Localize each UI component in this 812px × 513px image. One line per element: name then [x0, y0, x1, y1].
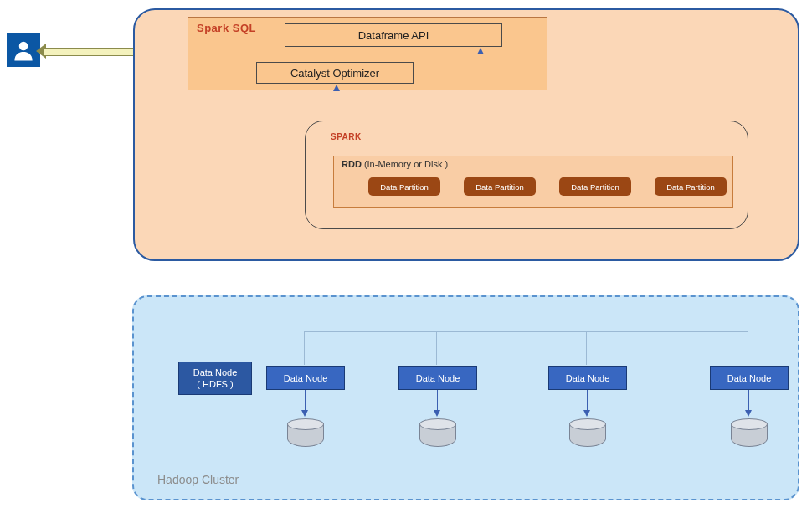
spark-engine-title: SPARK — [331, 132, 362, 141]
hadoop-fanout-branch — [748, 331, 748, 365]
data-node-box: Data Node — [266, 366, 345, 390]
dataframe-api-label: Dataframe API — [358, 29, 429, 42]
catalyst-optimizer-box: Catalyst Optimizer — [256, 62, 414, 84]
spark-sql-title: Spark SQL — [197, 22, 256, 34]
data-node-box: Data Node — [398, 366, 477, 390]
data-partition-label: Data Partition — [475, 182, 524, 192]
svg-point-0 — [19, 42, 28, 51]
data-node-box: Data Node — [548, 366, 627, 390]
hadoop-fanout-stem — [506, 295, 506, 331]
hadoop-fanout-branch — [436, 331, 437, 365]
rdd-label: RDD (In-Memory or Disk ) — [342, 159, 448, 169]
data-node-label: Data Node — [727, 373, 772, 383]
data-node-label: Data Node — [416, 373, 460, 383]
dataframe-api-box: Dataframe API — [285, 23, 502, 47]
data-partition: Data Partition — [464, 177, 536, 196]
rdd-label-strong: RDD — [342, 159, 362, 169]
hadoop-cluster-title: Hadoop Cluster — [157, 473, 239, 486]
user-icon — [7, 33, 40, 67]
hadoop-fanout-horizontal — [304, 331, 748, 332]
catalyst-optimizer-label: Catalyst Optimizer — [290, 67, 379, 80]
hadoop-cluster-box — [132, 295, 799, 500]
rdd-label-rest: (In-Memory or Disk ) — [362, 159, 448, 169]
data-node-box: Data Node — [710, 366, 789, 390]
data-partition-label: Data Partition — [380, 182, 429, 192]
data-node-hdfs-label-box: Data Node ( HDFS ) — [178, 362, 252, 395]
data-partition: Data Partition — [368, 177, 440, 196]
disk-icon — [731, 418, 766, 447]
data-node-label: Data Node — [566, 373, 610, 383]
hadoop-fanout-branch — [586, 331, 587, 365]
data-partition: Data Partition — [655, 177, 727, 196]
data-node-hdfs-label: Data Node ( HDFS ) — [193, 367, 238, 391]
disk-icon — [569, 418, 604, 447]
disk-icon — [419, 418, 455, 447]
architecture-diagram: Spark SQL Dataframe API Catalyst Optimiz… — [0, 0, 812, 513]
disk-icon — [287, 418, 322, 447]
data-partition-label: Data Partition — [571, 182, 619, 192]
person-icon — [11, 38, 36, 63]
data-partition: Data Partition — [559, 177, 631, 196]
hadoop-fanout-branch — [304, 331, 305, 365]
data-node-label: Data Node — [284, 373, 328, 383]
data-partition-label: Data Partition — [666, 182, 715, 192]
